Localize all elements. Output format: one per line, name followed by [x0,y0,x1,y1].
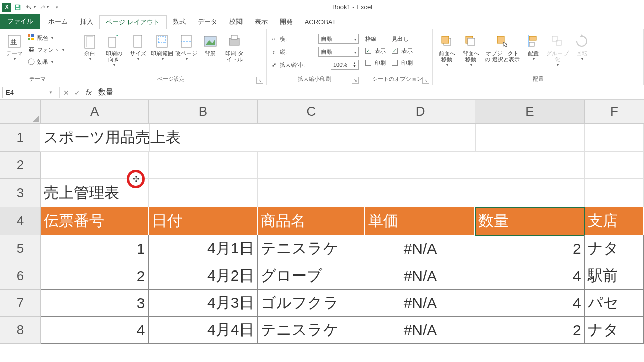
row-header-2[interactable]: 2 [0,152,41,179]
cell-E2[interactable] [475,152,585,179]
headings-view-check[interactable]: ✓表示 [392,45,413,56]
theme-effects[interactable]: 効果 [27,56,64,67]
cell-A4[interactable]: 伝票番号 [41,207,149,235]
gridlines-print-check[interactable]: 印刷 [365,57,386,68]
cell-F2[interactable] [585,152,644,179]
tab-insert[interactable]: 挿入 [74,15,99,29]
cell-D8[interactable]: #N/A [365,317,475,344]
size-button[interactable]: サイズ [127,31,149,62]
cell-D4[interactable]: 単価 [365,207,475,235]
row-header-8[interactable]: 8 [0,317,41,344]
cell-E8[interactable]: 2 [475,317,585,344]
cell-B2[interactable] [149,152,258,179]
cell-B5[interactable]: 4月1日 [149,235,258,262]
row-header-3[interactable]: 3 [0,179,41,207]
cell-D7[interactable]: #N/A [365,290,475,317]
cell-F4[interactable]: 支店 [585,207,644,235]
bring-forward-button[interactable]: 前面へ 移動 [436,31,458,68]
tab-review[interactable]: 校閲 [223,15,249,29]
row-header-5[interactable]: 5 [0,235,41,262]
cell-F5[interactable]: ナタ [585,235,644,262]
cell-E4[interactable]: 数量 [475,207,585,235]
sheet-options-launcher[interactable]: ↘ [422,77,429,84]
cell-F1[interactable] [585,124,644,152]
row-header-1[interactable]: 1 [0,124,40,152]
select-all-corner[interactable] [0,100,41,124]
cell-E6[interactable]: 4 [475,262,585,290]
cell-A8[interactable]: 4 [41,317,149,344]
file-tab[interactable]: ファイル [0,14,40,29]
tab-view[interactable]: 表示 [249,15,274,29]
tab-page-layout[interactable]: ページ レイアウト [99,15,167,29]
cell-E1[interactable] [476,124,585,152]
tab-acrobat[interactable]: ACROBAT [299,15,342,29]
col-header-A[interactable]: A [41,100,149,124]
print-titles-button[interactable]: 印刷 タイトル [223,31,246,62]
row-header-7[interactable]: 7 [0,290,41,317]
width-combo[interactable]: 自動 [318,34,359,44]
cell-F8[interactable]: ナタ [585,317,644,344]
cell-C7[interactable]: ゴルフクラ [258,290,365,317]
col-header-E[interactable]: E [475,100,585,124]
cell-F3[interactable] [585,179,644,207]
col-header-D[interactable]: D [365,100,475,124]
cell-B3[interactable] [149,179,258,207]
breaks-button[interactable]: 改ページ [175,31,197,62]
col-header-C[interactable]: C [258,100,365,124]
cell-F6[interactable]: 駅前 [585,262,644,290]
cell-B7[interactable]: 4月3日 [149,290,258,317]
cell-C8[interactable]: テニスラケ [258,317,365,344]
cell-C4[interactable]: 商品名 [258,207,365,235]
cell-D3[interactable] [365,179,475,207]
background-button[interactable]: 背景 [199,31,221,56]
orientation-button[interactable]: 印刷の 向き [103,31,125,68]
send-backward-button[interactable]: 背面へ 移動 [460,31,482,68]
undo-button[interactable] [25,2,36,13]
col-header-B[interactable]: B [149,100,258,124]
qat-customize[interactable]: ▾ [51,2,62,13]
cell-E7[interactable]: 4 [475,290,585,317]
gridlines-view-check[interactable]: ✓表示 [365,45,386,56]
row-header-6[interactable]: 6 [0,262,41,290]
margins-button[interactable]: 余白 [78,31,101,62]
print-area-button[interactable]: 印刷範囲 [151,31,173,62]
cancel-button[interactable]: ✕ [61,87,72,98]
cell-D5[interactable]: #N/A [365,235,475,262]
fx-button[interactable]: fx [83,87,94,98]
theme-colors[interactable]: 配色 [27,32,64,43]
cell-C3[interactable] [258,179,365,207]
align-button[interactable]: 配置 [522,31,544,62]
cell-A6[interactable]: 2 [41,262,149,290]
redo-button[interactable] [38,2,49,13]
cell-B1[interactable] [150,124,259,152]
height-combo[interactable]: 自動 [318,47,359,57]
name-box[interactable]: E4▼ [2,87,56,98]
formula-input[interactable]: 数量 [94,87,644,98]
cell-D6[interactable]: #N/A [365,262,475,290]
cell-C1[interactable] [259,124,366,152]
cell-B6[interactable]: 4月2日 [149,262,258,290]
headings-print-check[interactable]: 印刷 [392,57,413,68]
cell-A7[interactable]: 3 [41,290,149,317]
cell-B4[interactable]: 日付 [149,207,258,235]
cell-C2[interactable] [258,152,365,179]
save-button[interactable] [12,2,23,13]
cell-A5[interactable]: 1 [41,235,149,262]
cell-A1[interactable]: スポーツ用品売上表 [40,124,150,152]
cell-D1[interactable] [366,124,476,152]
cell-C5[interactable]: テニスラケ [258,235,365,262]
page-setup-launcher[interactable]: ↘ [256,77,263,84]
theme-fonts[interactable]: 亜フォント [27,44,64,55]
col-header-F[interactable]: F [585,100,644,124]
cell-E5[interactable]: 2 [475,235,585,262]
cell-E3[interactable] [475,179,585,207]
row-header-4[interactable]: 4 [0,207,41,235]
tab-formulas[interactable]: 数式 [167,15,192,29]
themes-button[interactable]: 亜 テーマ [3,31,25,62]
cell-C6[interactable]: グローブ [258,262,365,290]
selection-pane-button[interactable]: オブジェクトの 選択と表示 [484,31,520,62]
cell-F7[interactable]: パセ [585,290,644,317]
scale-spinner[interactable]: 100%▲▼ [331,60,359,70]
scale-launcher[interactable]: ↘ [352,77,359,84]
cell-D2[interactable] [365,152,475,179]
